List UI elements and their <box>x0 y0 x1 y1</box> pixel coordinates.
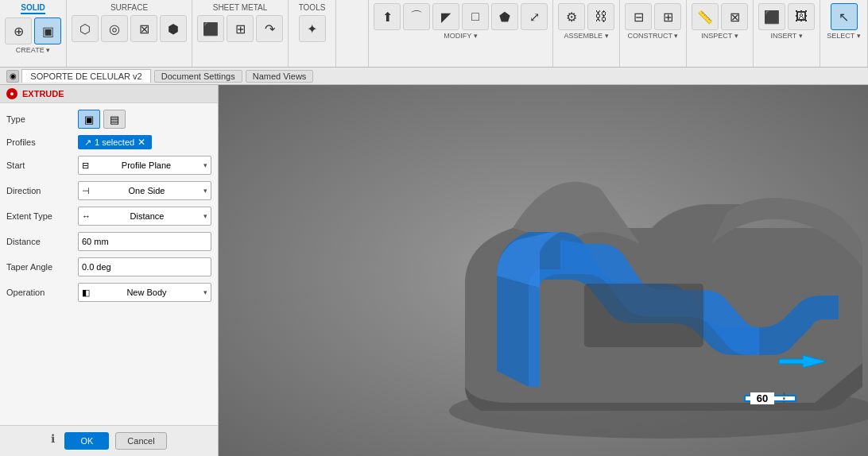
inspect-label[interactable]: INSPECT <box>701 32 738 40</box>
scale-btn[interactable]: ⤢ <box>521 3 548 30</box>
profiles-row: Profiles ↗ 1 selected ✕ <box>6 135 211 149</box>
dimension-options-button[interactable]: ⋮ <box>777 391 790 406</box>
profiles-label: Profiles <box>6 137 78 147</box>
panel-close-button[interactable]: ● <box>6 88 17 99</box>
toolbar-group-insert: ⬛ 🖼 INSERT <box>754 0 820 67</box>
direction-value: One Side <box>129 186 165 195</box>
start-dropdown-arrow: ▾ <box>203 161 207 169</box>
direction-dropdown[interactable]: ⊣ One Side ▾ <box>78 181 211 200</box>
tab-surface[interactable]: SURFACE <box>110 3 148 12</box>
toolbar-group-sheetmetal: SHEET METAL ⬛ ⊞ ↷ <box>192 0 289 67</box>
distance-row: Distance <box>6 232 211 251</box>
taper-label: Taper Angle <box>6 262 78 272</box>
ok-button[interactable]: OK <box>64 432 109 450</box>
start-control: ⊟ Profile Plane ▾ <box>78 156 211 175</box>
assemble-label[interactable]: ASSEMBLE <box>564 32 608 40</box>
select-label[interactable]: SELECT <box>827 32 860 40</box>
profiles-control: ↗ 1 selected ✕ <box>78 135 211 149</box>
secondary-bar: ◉ SOPORTE DE CELULAR v2 Document Setting… <box>0 68 868 85</box>
draft-btn[interactable]: ⬟ <box>491 3 518 30</box>
press-pull-btn[interactable]: ⬆ <box>374 3 401 30</box>
extent-type-row: Extent Type ↔ Distance ▾ <box>6 207 211 226</box>
new-body-icon: ◧ <box>82 288 90 298</box>
viewport[interactable]: 60 ⋮ <box>219 85 868 456</box>
pin-button[interactable]: ◉ <box>6 70 19 83</box>
dimension-value[interactable]: 60 <box>750 392 774 404</box>
distance-icon: ↔ <box>82 211 91 221</box>
joint-btn[interactable]: ⚙ <box>558 3 585 30</box>
create-icons: ⊕ ▣ <box>5 17 61 44</box>
toolbar-group-solid: SOLID ⊕ ▣ CREATE <box>0 0 67 67</box>
flange-btn[interactable]: ⬛ <box>197 15 224 42</box>
loft-btn[interactable]: ⬢ <box>160 15 187 42</box>
direction-dropdown-arrow: ▾ <box>203 187 207 195</box>
tab-tools[interactable]: TOOLS <box>299 3 326 12</box>
start-label: Start <box>6 160 78 170</box>
doc-tab[interactable]: SOPORTE DE CELULAR v2 <box>21 69 150 83</box>
one-side-icon: ⊣ <box>82 186 90 196</box>
chamfer-btn[interactable]: ◤ <box>432 3 459 30</box>
main-toolbar: SOLID ⊕ ▣ CREATE SURFACE ⬡ ◎ ⊠ ⬢ SHEET M… <box>0 0 868 68</box>
modify-label[interactable]: MODIFY <box>444 32 477 40</box>
unfold-btn[interactable]: ⊞ <box>227 15 254 42</box>
cancel-button[interactable]: Cancel <box>115 432 166 450</box>
zebra-btn[interactable]: ⊠ <box>721 3 748 30</box>
profiles-chip[interactable]: ↗ 1 selected ✕ <box>78 135 152 149</box>
toolbar-group-tools: TOOLS ✦ <box>289 0 336 67</box>
insert-mesh-btn[interactable]: ⬛ <box>758 3 785 30</box>
panel-title: EXTRUDE <box>22 89 64 99</box>
distance-label: Distance <box>6 237 78 246</box>
box-button[interactable]: ▣ <box>34 17 61 44</box>
direction-control: ⊣ One Side ▾ <box>78 181 211 200</box>
start-row: Start ⊟ Profile Plane ▾ <box>6 156 211 175</box>
distance-input[interactable] <box>78 232 211 251</box>
construct-label[interactable]: CONSTRUCT <box>628 32 679 40</box>
taper-input[interactable] <box>78 257 211 276</box>
extent-type-dropdown[interactable]: ↔ Distance ▾ <box>78 207 211 226</box>
profile-plane-icon: ⊟ <box>82 160 89 171</box>
create-label[interactable]: CREATE <box>16 46 50 54</box>
direction-row: Direction ⊣ One Side ▾ <box>6 181 211 200</box>
operation-value: New Body <box>126 288 166 297</box>
operation-control: ◧ New Body ▾ <box>78 283 211 302</box>
cursor-icon: ↗ <box>84 137 91 148</box>
shell-btn[interactable]: □ <box>462 3 489 30</box>
type-solid-btn[interactable]: ▣ <box>78 110 100 129</box>
direction-label: Direction <box>6 186 78 195</box>
operation-dropdown[interactable]: ◧ New Body ▾ <box>78 283 211 302</box>
insert-label[interactable]: INSERT <box>770 32 802 40</box>
start-dropdown[interactable]: ⊟ Profile Plane ▾ <box>78 156 211 175</box>
type-thin-btn[interactable]: ▤ <box>103 110 126 129</box>
start-value: Profile Plane <box>122 160 171 170</box>
toolbar-group-surface: SURFACE ⬡ ◎ ⊠ ⬢ <box>67 0 192 67</box>
profiles-value: 1 selected <box>95 137 134 147</box>
type-control: ▣ ▤ <box>78 110 211 129</box>
fillet-btn[interactable]: ⌒ <box>403 3 430 30</box>
motion-link-btn[interactable]: ⛓ <box>587 3 614 30</box>
revolve-btn[interactable]: ◎ <box>101 15 128 42</box>
doc-settings-btn[interactable]: Document Settings <box>154 70 242 83</box>
named-views-btn[interactable]: Named Views <box>246 70 314 83</box>
profiles-clear-button[interactable]: ✕ <box>138 137 145 148</box>
bend-btn[interactable]: ↷ <box>256 15 283 42</box>
tab-sheetmetal[interactable]: SHEET METAL <box>213 3 268 12</box>
taper-control <box>78 257 211 276</box>
midplane-btn[interactable]: ⊞ <box>654 3 681 30</box>
extent-type-value: Distance <box>130 211 165 221</box>
extent-type-control: ↔ Distance ▾ <box>78 207 211 226</box>
extrude-surface-btn[interactable]: ⬡ <box>72 15 99 42</box>
sweep-btn[interactable]: ⊠ <box>130 15 157 42</box>
extent-type-dropdown-arrow: ▾ <box>203 212 207 220</box>
toolbar-group-construct: ⊟ ⊞ CONSTRUCT <box>620 0 687 67</box>
measure-btn[interactable]: 📏 <box>692 3 719 30</box>
extent-type-label: Extent Type <box>6 211 78 221</box>
type-label: Type <box>6 114 78 124</box>
insert-image-btn[interactable]: 🖼 <box>788 3 815 30</box>
make-btn[interactable]: ✦ <box>299 15 326 42</box>
new-component-button[interactable]: ⊕ <box>5 17 32 44</box>
offset-plane-btn[interactable]: ⊟ <box>625 3 652 30</box>
panel-header: ● EXTRUDE <box>0 85 218 103</box>
tab-solid[interactable]: SOLID <box>21 3 45 14</box>
select-btn[interactable]: ↖ <box>831 3 858 30</box>
operation-dropdown-arrow: ▾ <box>203 288 207 296</box>
